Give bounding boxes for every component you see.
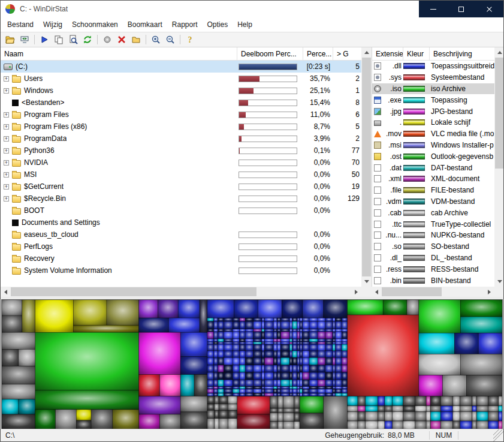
- explorer-button[interactable]: [129, 33, 143, 46]
- tree-row-getcurrent[interactable]: +$GetCurrent0,0%19: [1, 181, 361, 193]
- help-button[interactable]: ?: [183, 33, 197, 46]
- close-button[interactable]: [475, 1, 503, 17]
- column-header-kleur[interactable]: Kleur: [403, 47, 430, 61]
- extension-row-sys[interactable]: .sysSysteembestand: [372, 72, 494, 83]
- scrollbar-thumb[interactable]: [382, 287, 442, 296]
- extension-row-jpg[interactable]: .jpgJPG-bestand: [372, 106, 494, 117]
- expand-toggle[interactable]: +: [4, 172, 9, 178]
- expand-toggle[interactable]: +: [4, 88, 9, 94]
- percentage-value: 8,7%: [303, 122, 333, 131]
- extension-row-so[interactable]: .soSO-bestand: [372, 241, 494, 252]
- treemap[interactable]: [1, 299, 503, 430]
- extension-description: TrueType-collectiel: [430, 220, 494, 228]
- report-button[interactable]: [66, 33, 80, 46]
- resize-grip[interactable]: [493, 429, 503, 441]
- extension-row-vdm[interactable]: .vdmVDM-bestand: [372, 196, 494, 208]
- tree-row-program-files-x86[interactable]: +Program Files (x86)8,7%5: [1, 121, 361, 133]
- refresh-all-button[interactable]: [17, 33, 32, 46]
- tree-row-bestanden[interactable]: <Bestanden>15,4%8: [1, 97, 361, 109]
- menu-item-opties[interactable]: Opties: [203, 18, 233, 31]
- tree-row-programdata[interactable]: +ProgramData3,9%2: [1, 133, 361, 145]
- menu-item-bestand[interactable]: Bestand: [2, 18, 38, 31]
- extension-row-iso[interactable]: .isoiso Archive: [372, 83, 494, 95]
- tree-row-program-files[interactable]: +Program Files11,0%6: [1, 109, 361, 121]
- tree-row-windows[interactable]: +Windows25,1%1: [1, 85, 361, 97]
- maximize-button[interactable]: [447, 1, 475, 17]
- copy-button[interactable]: [52, 33, 66, 46]
- scroll-down-button[interactable]: [361, 276, 372, 287]
- scroll-up-button[interactable]: [361, 47, 372, 58]
- tree-row-msi[interactable]: +MSI0,0%50: [1, 169, 361, 181]
- scroll-right-button[interactable]: [484, 287, 494, 297]
- tree-row-nvidia[interactable]: +NVIDIA0,0%70: [1, 157, 361, 169]
- tree-row-recycle-bin[interactable]: +$Recycle.Bin0,0%129: [1, 193, 361, 205]
- extension-row-dl[interactable]: .dl_DL_-bestand: [372, 252, 494, 264]
- scrollbar-thumb[interactable]: [11, 287, 256, 296]
- extension-row-bin[interactable]: .binBIN-bestand: [372, 275, 494, 286]
- extension-horizontal-scrollbar[interactable]: [372, 287, 494, 297]
- column-header-deelboom[interactable]: Deelboom Perc...: [237, 47, 303, 61]
- scroll-left-button[interactable]: [372, 287, 382, 297]
- scroll-down-button[interactable]: [494, 276, 504, 287]
- tree-row-documents-and-settings[interactable]: Documents and Settings: [1, 217, 361, 228]
- expand-toggle[interactable]: +: [4, 196, 9, 202]
- extension-row-file[interactable]: .fileFILE-bestand: [372, 185, 494, 196]
- column-header-beschrijving[interactable]: Beschrijving: [430, 47, 494, 61]
- menu-item-boomkaart[interactable]: Boomkaart: [123, 18, 167, 31]
- column-header-naam[interactable]: Naam: [1, 47, 237, 61]
- extension-row-dat[interactable]: .datDAT-bestand: [372, 162, 494, 173]
- expand-toggle[interactable]: +: [4, 184, 9, 190]
- delete-button[interactable]: [114, 33, 129, 46]
- extension-row-nu[interactable]: .nu...NUPKG-bestand: [372, 230, 494, 241]
- extension-row-ost[interactable]: .ostOutlook-gegevensb: [372, 151, 494, 162]
- extension-row-item[interactable]: .Lokale schijf: [372, 117, 494, 128]
- scroll-up-button[interactable]: [494, 47, 504, 58]
- cleanup-button[interactable]: [100, 33, 114, 46]
- menu-item-schoonmaken[interactable]: Schoonmaken: [67, 18, 123, 31]
- scrollbar-thumb[interactable]: [495, 58, 504, 169]
- column-header-grootte[interactable]: > G: [333, 47, 361, 61]
- zoom-in-button[interactable]: [149, 33, 163, 46]
- extension-vertical-scrollbar[interactable]: [494, 47, 504, 287]
- tree-row-boot[interactable]: BOOT0,0%: [1, 205, 361, 217]
- expand-toggle[interactable]: +: [4, 112, 9, 118]
- menu-item-help[interactable]: Help: [233, 18, 257, 31]
- column-header-extensie[interactable]: Extensie: [372, 47, 403, 61]
- extension-row-ress[interactable]: .ressRESS-bestand: [372, 263, 494, 275]
- scrollbar-thumb[interactable]: [362, 58, 371, 276]
- extension-row-msi[interactable]: .msiWindows Installer-p: [372, 140, 494, 151]
- refresh-selected-button[interactable]: [80, 33, 95, 46]
- extension-row-mov[interactable]: .movVLC media file (.mo: [372, 128, 494, 140]
- tree-vertical-scrollbar[interactable]: [361, 47, 372, 287]
- scroll-right-button[interactable]: [351, 287, 361, 297]
- tree-row-easeus-tb-cloud[interactable]: easeus_tb_cloud0,0%: [1, 228, 361, 240]
- extension-row-ttc[interactable]: .ttcTrueType-collectiel: [372, 218, 494, 230]
- tree-horizontal-scrollbar[interactable]: [1, 287, 361, 297]
- tree-row-perflogs[interactable]: PerfLogs0,0%: [1, 240, 361, 252]
- percentage-value: 25,1%: [303, 86, 333, 95]
- extension-row-dll[interactable]: .dllToepassingsuitbreid: [372, 61, 494, 72]
- tree-row-python36[interactable]: +Python360,1%77: [1, 145, 361, 157]
- arrow-left-icon: [375, 290, 378, 294]
- tree-row-users[interactable]: +Users35,7%2: [1, 73, 361, 85]
- expand-toggle[interactable]: +: [4, 124, 9, 130]
- extension-row-xml[interactable]: .xmlXML-document: [372, 173, 494, 185]
- minimize-button[interactable]: [419, 1, 447, 17]
- zoom-out-button[interactable]: [163, 33, 177, 46]
- tree-row-c[interactable]: (C:)[0:23 s]5: [1, 61, 361, 73]
- menu-item-rapport[interactable]: Rapport: [167, 18, 203, 31]
- expand-toggle[interactable]: +: [4, 136, 9, 142]
- tree-row-recovery[interactable]: Recovery0,0%: [1, 252, 361, 264]
- expand-toggle[interactable]: +: [4, 148, 9, 154]
- open-button[interactable]: [3, 33, 17, 46]
- resume-button[interactable]: [37, 33, 52, 46]
- expand-toggle[interactable]: +: [4, 160, 9, 166]
- tree-row-system-volume-information[interactable]: System Volume Information0,0%: [1, 264, 361, 276]
- expand-toggle[interactable]: +: [4, 76, 9, 82]
- column-header-percentage[interactable]: Perce...: [303, 47, 333, 61]
- extension-row-exe[interactable]: .exeToepassing: [372, 94, 494, 106]
- menu-item-wijzig[interactable]: Wijzig: [38, 18, 67, 31]
- scroll-left-button[interactable]: [1, 287, 11, 297]
- name-cell: +Python36: [1, 146, 237, 155]
- extension-row-cab[interactable]: .cabcab Archive: [372, 207, 494, 218]
